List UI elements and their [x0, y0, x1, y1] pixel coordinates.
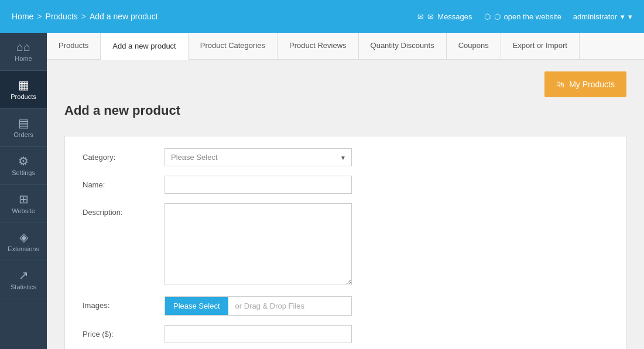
home-icon: ⌂: [16, 41, 30, 53]
price-row: Price ($):: [83, 325, 608, 343]
sidebar-item-website[interactable]: ⊞ Website: [0, 185, 47, 223]
category-control: Please Select ▼: [165, 148, 608, 166]
category-row: Category: Please Select ▼: [83, 148, 608, 166]
tab-export-or-import[interactable]: Export or Import: [501, 33, 580, 59]
chevron-down-icon: ▾: [621, 12, 632, 21]
tabs-bar: Products Add a new product Product Categ…: [47, 33, 644, 60]
images-label: Images:: [83, 296, 165, 310]
tab-add-new-product[interactable]: Add a new product: [101, 33, 188, 60]
description-textarea[interactable]: [165, 203, 352, 285]
messages-icon: ✉: [417, 12, 434, 21]
top-right-nav: ✉ Messages ⬡ open the website administra…: [417, 12, 632, 21]
messages-link[interactable]: ✉ Messages: [417, 12, 472, 21]
name-control: [165, 176, 608, 194]
category-select[interactable]: Please Select: [165, 148, 352, 166]
tab-coupons[interactable]: Coupons: [447, 33, 501, 59]
sidebar-item-products[interactable]: ▦ Products: [0, 71, 47, 109]
sidebar-item-home[interactable]: ⌂ Home: [0, 33, 47, 71]
tab-products[interactable]: Products: [47, 33, 101, 59]
name-label: Name:: [83, 176, 165, 189]
sidebar-item-orders[interactable]: ▤ Orders: [0, 109, 47, 147]
sidebar-label-orders: Orders: [13, 131, 33, 138]
main-layout: ⌂ Home ▦ Products ▤ Orders ⚙ Settings ⊞ …: [0, 33, 644, 349]
sidebar: ⌂ Home ▦ Products ▤ Orders ⚙ Settings ⊞ …: [0, 33, 47, 349]
breadcrumb-products[interactable]: Products: [46, 12, 78, 21]
content-area: Products Add a new product Product Categ…: [47, 33, 644, 349]
sidebar-label-extensions: Extensions: [8, 245, 39, 252]
admin-label: administrator: [573, 12, 617, 21]
drag-drop-label: or Drag & Drop Files: [228, 297, 311, 315]
name-input[interactable]: [165, 176, 352, 194]
sidebar-item-extensions[interactable]: ◈ Extensions: [0, 223, 47, 261]
breadcrumb-home[interactable]: Home: [12, 12, 33, 21]
page-title: Add a new product: [64, 97, 626, 118]
sidebar-item-settings[interactable]: ⚙ Settings: [0, 147, 47, 185]
breadcrumb: Home > Products > Add a new product: [12, 12, 417, 21]
admin-dropdown[interactable]: administrator ▾: [573, 12, 632, 21]
open-website-link[interactable]: ⬡ open the website: [484, 12, 561, 21]
category-label: Category:: [83, 148, 165, 162]
price-label: Price ($):: [83, 325, 165, 338]
images-control: Please Select or Drag & Drop Files: [165, 296, 608, 316]
images-row: Images: Please Select or Drag & Drop Fil…: [83, 296, 608, 316]
price-control: [165, 325, 608, 343]
sidebar-label-home: Home: [15, 55, 32, 62]
top-bar: Home > Products > Add a new product ✉ Me…: [0, 0, 644, 33]
statistics-icon: ↗: [19, 269, 29, 281]
category-select-wrapper: Please Select ▼: [165, 148, 352, 166]
product-form: Category: Please Select ▼ Name:: [64, 136, 626, 349]
my-products-label: My Products: [569, 80, 615, 89]
messages-label: Messages: [437, 12, 472, 21]
images-upload-area: Please Select or Drag & Drop Files: [165, 296, 352, 316]
description-control: [165, 203, 608, 287]
my-products-button[interactable]: 🛍 My Products: [544, 71, 626, 97]
description-row: Description:: [83, 203, 608, 287]
please-select-button[interactable]: Please Select: [165, 297, 228, 315]
shop-icon: 🛍: [556, 80, 564, 89]
breadcrumb-current: Add a new product: [90, 12, 158, 21]
price-input[interactable]: [165, 325, 352, 343]
settings-icon: ⚙: [18, 155, 29, 167]
sidebar-label-website: Website: [12, 207, 35, 214]
tab-quantity-discounts[interactable]: Quantity Discounts: [359, 33, 447, 59]
name-row: Name:: [83, 176, 608, 194]
sidebar-label-settings: Settings: [12, 169, 35, 176]
open-website-label: open the website: [504, 12, 561, 21]
sidebar-label-products: Products: [11, 93, 36, 100]
breadcrumb-sep-2: >: [81, 12, 86, 21]
sidebar-label-statistics: Statistics: [11, 283, 36, 290]
breadcrumb-sep-1: >: [37, 12, 42, 21]
open-website-icon: ⬡: [484, 12, 501, 21]
extensions-icon: ◈: [19, 231, 28, 243]
tab-product-reviews[interactable]: Product Reviews: [278, 33, 359, 59]
website-icon: ⊞: [19, 193, 29, 205]
sidebar-item-statistics[interactable]: ↗ Statistics: [0, 261, 47, 299]
tab-product-categories[interactable]: Product Categories: [189, 33, 278, 59]
products-icon: ▦: [18, 79, 29, 91]
description-label: Description:: [83, 203, 165, 217]
page-content: 🛍 My Products Add a new product Category…: [47, 60, 644, 349]
orders-icon: ▤: [18, 117, 29, 129]
